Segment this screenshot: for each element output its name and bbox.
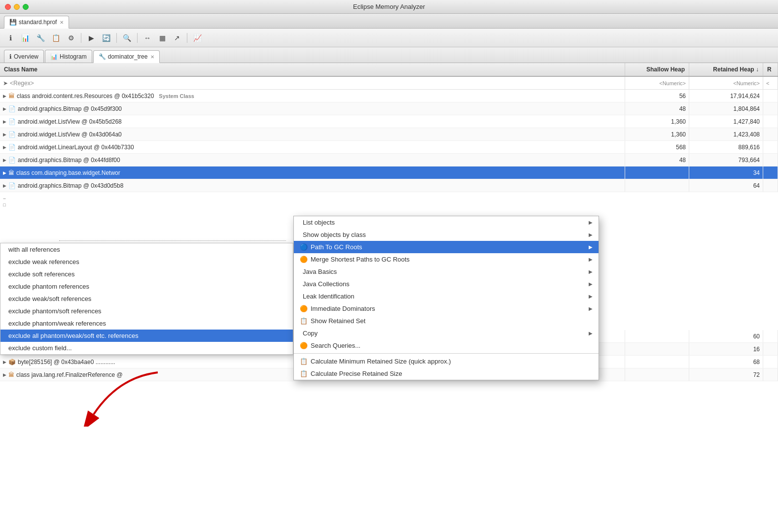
table-row[interactable]: ▶ 📄 android.graphics.Bitmap @ 0x43d0d5b8… <box>0 179 778 192</box>
run2-toolbar-btn[interactable]: 🔄 <box>100 32 113 44</box>
calc-min-icon: 📋 <box>300 358 308 365</box>
filter-row: ➤ <Regex> <Numeric> <Numeric> < <box>0 77 778 90</box>
shallow-heap-cell: 56 <box>625 90 689 102</box>
chart-toolbar-btn[interactable]: 📈 <box>191 32 204 44</box>
maximize-button[interactable] <box>23 4 29 10</box>
table-row[interactable]: ▶ 📄 android.widget.ListView @ 0x45b5d268… <box>0 115 778 128</box>
search-queries-icon: 🟠 <box>300 342 308 349</box>
filter-arrow-icon: ➤ <box>3 80 8 87</box>
export-toolbar-btn[interactable]: ↗ <box>171 32 183 44</box>
menu-item-java-basics[interactable]: Java Basics ▶ <box>294 266 599 278</box>
object-icon: 📄 <box>8 144 16 151</box>
submenu-item-excl-custom[interactable]: exclude custom field... <box>0 342 293 354</box>
menu-item-merge-shortest[interactable]: 🟠 Merge Shortest Paths to GC Roots ▶ <box>294 253 599 266</box>
objects-toolbar-btn[interactable]: 🔧 <box>34 32 47 44</box>
menu-item-search-queries[interactable]: 🟠 Search Queries... <box>294 339 599 352</box>
submenu-item-excl-weak-soft[interactable]: exclude weak/soft references <box>0 293 293 305</box>
byte-array-icon: 📦 <box>8 359 16 366</box>
retained-filter-cell[interactable]: <Numeric> <box>689 77 763 89</box>
side-box-icon: □ <box>3 202 5 207</box>
view-toolbar-btn[interactable]: ▦ <box>156 32 169 44</box>
menu-item-show-retained-set[interactable]: 📋 Show Retained Set <box>294 315 599 327</box>
menu-item-calc-min-retained[interactable]: 📋 Calculate Minimum Retained Size (quick… <box>294 355 599 367</box>
expand-icon[interactable]: ▶ <box>3 119 6 124</box>
close-button[interactable] <box>5 4 11 10</box>
class-name-cell: ▶ 🏛 class android.content.res.Resources … <box>0 90 625 102</box>
histogram-toolbar-btn[interactable]: 📊 <box>19 32 32 44</box>
submenu-item-excl-phantom[interactable]: exclude phantom references <box>0 280 293 293</box>
file-tab-close[interactable]: ✕ <box>60 20 64 25</box>
shallow-filter-cell[interactable]: <Numeric> <box>625 77 689 89</box>
retained-heap-cell: 17,914,624 <box>689 90 763 102</box>
submenu-panel: with all references exclude weak referen… <box>0 243 293 355</box>
submenu-item-excl-all[interactable]: exclude all phantom/weak/soft etc. refer… <box>0 330 293 342</box>
window-controls <box>5 4 29 10</box>
submenu-arrow-icon: ▶ <box>589 269 593 274</box>
menu-item-show-objects-by-class[interactable]: Show objects by class ▶ <box>294 229 599 241</box>
overview-tab-icon: ℹ <box>9 53 12 60</box>
class-name-cell: ▶ 📄 android.widget.ListView @ 0x43d064a0 <box>0 128 625 140</box>
table-row[interactable]: ▶ 🏛 class android.content.res.Resources … <box>0 90 778 102</box>
dominator-tab-close[interactable]: ✕ <box>150 54 154 60</box>
submenu-arrow-icon: ▶ <box>589 220 593 225</box>
object-icon: 📄 <box>8 105 16 112</box>
menu-item-immediate-dominators[interactable]: 🟠 Immediate Dominators ▶ <box>294 302 599 315</box>
expand-icon[interactable]: ▶ <box>3 183 6 188</box>
toolbar-sep2 <box>116 33 117 43</box>
table-row[interactable]: ▶ 📄 android.graphics.Bitmap @ 0x44fd8f00… <box>0 154 778 166</box>
submenu-item-excl-phantom-weak[interactable]: exclude phantom/weak references <box>0 317 293 330</box>
table-row-highlighted[interactable]: ▶ 🏛 class com.dianping.base.widget.Netwo… <box>0 166 778 179</box>
main-toolbar: ℹ 📊 🔧 📋 ⚙ ▶ 🔄 🔍 ↔ ▦ ↗ 📈 <box>0 29 778 47</box>
retained-heap-header[interactable]: Retained Heap ↓ <box>689 63 763 76</box>
class-filter-label[interactable]: <Regex> <box>10 80 34 87</box>
submenu-arrow-icon: ▶ <box>589 281 593 287</box>
menu-item-java-collections[interactable]: Java Collections ▶ <box>294 278 599 290</box>
menu-item-path-to-gc-roots[interactable]: 🔵 Path To GC Roots ▶ <box>294 241 599 253</box>
sql-toolbar-btn[interactable]: 📋 <box>49 32 63 44</box>
table-row[interactable]: ▶ 📄 android.graphics.Bitmap @ 0x45d9f300… <box>0 102 778 115</box>
class-name-cell: ▶ 📄 android.widget.LinearLayout @ 0x440b… <box>0 141 625 153</box>
object-icon: 📄 <box>8 182 16 189</box>
info-toolbar-btn[interactable]: ℹ <box>4 32 17 44</box>
merge-icon: 🟠 <box>300 256 308 263</box>
table-row[interactable]: ▶ 📄 android.widget.ListView @ 0x43d064a0… <box>0 128 778 141</box>
histogram-tab[interactable]: 📊 Histogram <box>45 50 92 63</box>
submenu-item-excl-soft[interactable]: exclude soft references <box>0 268 293 280</box>
shallow-heap-header[interactable]: Shallow Heap <box>625 63 689 76</box>
submenu-item-with-all-refs[interactable]: with all references <box>0 243 293 256</box>
submenu-arrow-icon: ▶ <box>589 232 593 237</box>
submenu-arrow-icon: ▶ <box>589 257 593 262</box>
search-toolbar-btn[interactable]: 🔍 <box>120 32 134 44</box>
menu-item-calc-precise-retained[interactable]: 📋 Calculate Precise Retained Size <box>294 367 599 380</box>
title-bar: Eclipse Memory Analyzer <box>0 0 778 14</box>
nav-toolbar-btn[interactable]: ↔ <box>141 32 154 44</box>
main-content-area: Class Name Shallow Heap Retained Heap ↓ … <box>0 63 778 532</box>
class-name-header[interactable]: Class Name <box>0 63 625 76</box>
expand-icon[interactable]: ▶ <box>3 360 6 365</box>
settings-toolbar-btn[interactable]: ⚙ <box>65 32 77 44</box>
dominator-tab[interactable]: 🔧 dominator_tree ✕ <box>93 50 160 63</box>
submenu-item-excl-phantom-soft[interactable]: exclude phantom/soft references <box>0 305 293 317</box>
context-menu: List objects ▶ Show objects by class ▶ 🔵… <box>293 216 599 380</box>
minimize-button[interactable] <box>14 4 20 10</box>
expand-icon[interactable]: ▶ <box>3 372 6 377</box>
expand-icon[interactable]: ▶ <box>3 106 6 111</box>
dominators-icon: 🟠 <box>300 305 308 312</box>
file-tab[interactable]: 💾 standard.hprof ✕ <box>4 16 69 29</box>
menu-item-list-objects[interactable]: List objects ▶ <box>294 216 599 229</box>
overview-tab[interactable]: ℹ Overview <box>4 50 44 63</box>
file-tab-label: standard.hprof <box>19 19 57 26</box>
expand-icon[interactable]: ▶ <box>3 170 6 175</box>
retained-set-icon: 📋 <box>300 317 308 325</box>
expand-icon[interactable]: ▶ <box>3 94 6 99</box>
expand-icon[interactable]: ▶ <box>3 158 6 163</box>
shallow-filter-label: <Numeric> <box>659 80 686 86</box>
submenu-item-excl-weak[interactable]: exclude weak references <box>0 256 293 268</box>
expand-icon[interactable]: ▶ <box>3 145 6 150</box>
run-toolbar-btn[interactable]: ▶ <box>85 32 98 44</box>
menu-item-copy[interactable]: Copy ▶ <box>294 327 599 339</box>
expand-icon[interactable]: ▶ <box>3 132 6 137</box>
table-row[interactable]: ▶ 📄 android.widget.LinearLayout @ 0x440b… <box>0 141 778 154</box>
toolbar-sep3 <box>137 33 138 43</box>
menu-item-leak-identification[interactable]: Leak Identification ▶ <box>294 290 599 302</box>
